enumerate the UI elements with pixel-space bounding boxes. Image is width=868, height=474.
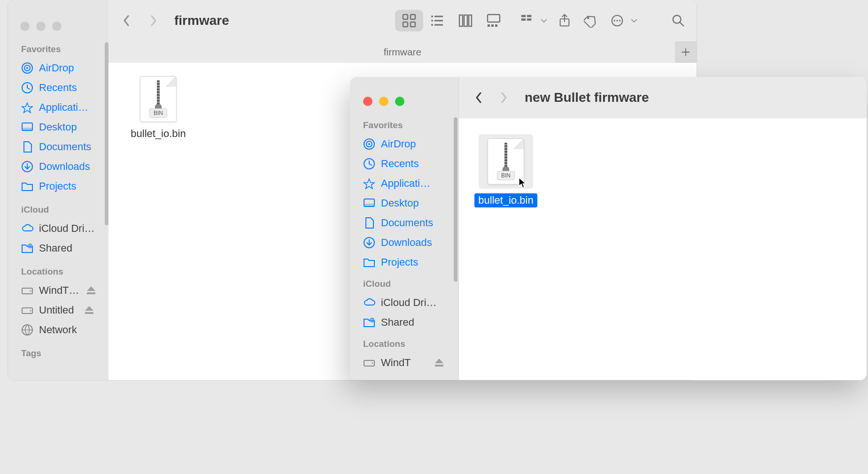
sidebar-item-label: Applicati… (39, 101, 88, 114)
sidebar-item-label: Shared (39, 242, 72, 254)
desktop-icon (363, 197, 375, 209)
eject-icon[interactable] (85, 284, 97, 297)
gallery-view-button[interactable] (480, 10, 508, 31)
icon-view-button[interactable] (395, 10, 423, 31)
back-button[interactable] (116, 10, 138, 31)
sidebar-heading-locations: Locations (21, 267, 100, 277)
sidebar-item-windt[interactable]: WindT (358, 353, 450, 373)
search-button[interactable] (667, 10, 689, 31)
sidebar-item-label: Documents (39, 141, 91, 153)
sidebar-item-recents[interactable]: Recents (358, 154, 450, 174)
sidebar-item-label: Downloads (39, 161, 90, 173)
sidebar-heading-icloud: iCloud (363, 279, 450, 289)
sidebar-item-label: iCloud Dri… (39, 222, 95, 235)
sidebar-item-applications[interactable]: Applicati… (358, 174, 450, 193)
sidebar-item-label: Downloads (381, 237, 432, 249)
tags-button[interactable] (580, 10, 602, 31)
forward-button[interactable] (142, 10, 164, 31)
sidebar-item-icloud-drive[interactable]: iCloud Dri… (358, 293, 450, 313)
view-mode-selector (395, 10, 508, 31)
desktop-icon (21, 121, 33, 133)
sidebar-item-recents[interactable]: Recents (16, 78, 100, 98)
cloud-icon (21, 222, 33, 235)
sidebar-item-label: WindT (381, 357, 411, 369)
close-button[interactable] (20, 22, 30, 31)
file-item[interactable]: BIN bullet_io.bin (473, 134, 539, 207)
window-title: new Bullet firmware (525, 90, 649, 105)
file-area[interactable]: BIN bullet_io.bin (459, 118, 867, 380)
minimize-button[interactable] (36, 22, 46, 31)
disk-icon (363, 357, 375, 369)
sidebar-item-label: Recents (39, 82, 77, 94)
eject-icon[interactable] (433, 357, 445, 369)
column-view-button[interactable] (451, 10, 480, 31)
sidebar-item-untitled[interactable]: Untitled (16, 300, 100, 320)
sidebar-item-icloud-drive[interactable]: iCloud Dri… (16, 219, 100, 238)
sidebar-item-downloads[interactable]: Downloads (358, 233, 450, 252)
file-label[interactable]: bullet_io.bin (127, 127, 189, 141)
sidebar-scrollbar[interactable] (105, 42, 108, 225)
toolbar: firmware (108, 0, 697, 41)
sidebar-item-network[interactable]: Network (16, 320, 100, 340)
download-icon (21, 161, 33, 173)
clock-icon (21, 82, 33, 94)
new-tab-button[interactable] (675, 41, 697, 63)
sidebar-item-label: Applicati… (381, 177, 430, 190)
airdrop-icon (363, 138, 375, 150)
back-button[interactable] (468, 87, 490, 108)
disk-icon (21, 284, 33, 297)
chevron-down-icon (539, 10, 549, 31)
cloud-icon (363, 297, 375, 309)
sidebar-item-desktop[interactable]: Desktop (16, 117, 100, 137)
sidebar-item-applications[interactable]: Applicati… (16, 98, 100, 117)
sidebar-item-label: iCloud Dri… (381, 297, 437, 309)
sidebar-item-label: Desktop (39, 121, 77, 133)
sidebar-item-shared[interactable]: Shared (16, 238, 100, 258)
pathbar: firmware (108, 41, 697, 63)
sidebar-item-projects[interactable]: Projects (358, 252, 450, 272)
eject-icon[interactable] (83, 304, 95, 316)
applications-icon (21, 101, 33, 114)
sidebar-item-documents[interactable]: Documents (16, 137, 100, 157)
applications-icon (363, 177, 375, 190)
sidebar-item-shared[interactable]: Shared (358, 313, 450, 332)
sidebar-item-airdrop[interactable]: AirDrop (358, 134, 450, 154)
file-item[interactable]: BIN bullet_io.bin (127, 76, 189, 141)
group-by-button[interactable] (516, 10, 549, 31)
shared-folder-icon (363, 316, 375, 329)
shared-folder-icon (21, 242, 33, 254)
toolbar: new Bullet firmware (459, 77, 867, 118)
actions-button[interactable] (606, 10, 639, 31)
zoom-button[interactable] (395, 97, 404, 106)
sidebar-item-downloads[interactable]: Downloads (16, 157, 100, 176)
sidebar-item-projects[interactable]: Projects (16, 176, 100, 196)
zoom-button[interactable] (52, 22, 62, 31)
pathbar-label: firmware (384, 46, 422, 58)
sideb

-item-label: Desktop (381, 197, 419, 209)
sidebar-item-airdrop[interactable]: AirDrop (16, 58, 100, 78)
sidebar-item-label: Documents (381, 217, 433, 229)
traffic-lights (8, 9, 108, 42)
sidebar-heading-icloud: iCloud (21, 205, 100, 215)
sidebar-heading-favorites: Favorites (363, 120, 450, 130)
sidebar-item-label: Shared (381, 316, 414, 329)
sidebar-heading-locations: Locations (363, 339, 450, 349)
sidebar-scrollbar[interactable] (454, 117, 457, 282)
folder-icon (363, 256, 375, 268)
sidebar-item-label: Recents (381, 158, 419, 170)
forward-button[interactable] (493, 87, 514, 108)
download-icon (363, 237, 375, 249)
sidebar-item-desktop[interactable]: Desktop (358, 193, 450, 213)
minimize-button[interactable] (379, 97, 388, 106)
sidebar-item-windt[interactable]: WindT… (16, 281, 100, 300)
document-icon (21, 141, 33, 153)
network-icon (21, 324, 33, 336)
sidebar-item-documents[interactable]: Documents (358, 213, 450, 233)
file-label[interactable]: bullet_io.bin (474, 193, 537, 207)
sidebar: Favorites AirDrop Recents Applicati… Des… (350, 77, 459, 380)
close-button[interactable] (363, 97, 372, 106)
chevron-down-icon (629, 10, 639, 31)
share-button[interactable] (554, 10, 575, 31)
sidebar-item-label: AirDrop (39, 62, 74, 74)
list-view-button[interactable] (423, 10, 451, 31)
